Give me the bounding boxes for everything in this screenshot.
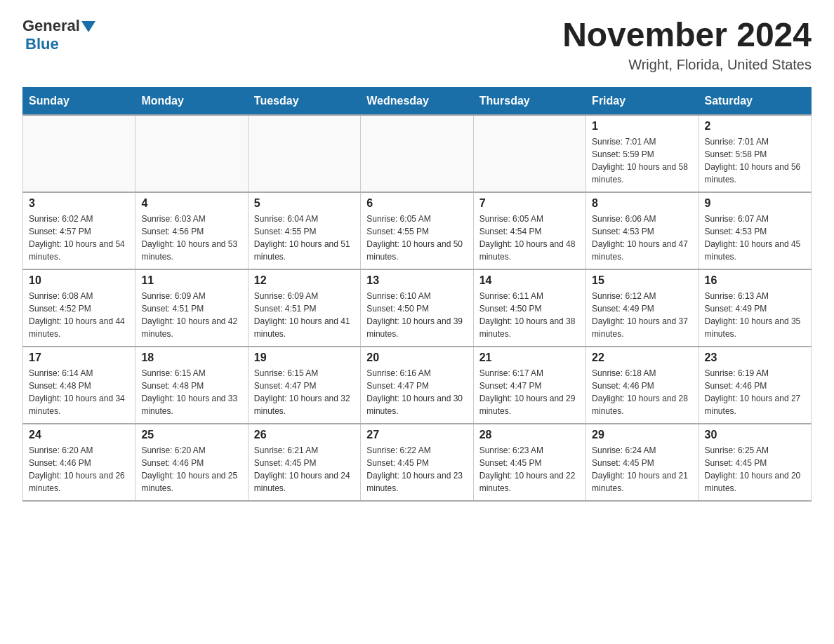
day-info: Sunrise: 6:20 AMSunset: 4:46 PMDaylight:…: [29, 444, 129, 495]
calendar-cell: 11Sunrise: 6:09 AMSunset: 4:51 PMDayligh…: [135, 269, 248, 347]
calendar-week-row: 3Sunrise: 6:02 AMSunset: 4:57 PMDaylight…: [23, 192, 812, 269]
weekday-header-tuesday: Tuesday: [248, 87, 360, 115]
day-number: 11: [141, 274, 241, 287]
day-number: 6: [366, 197, 467, 210]
day-number: 7: [479, 197, 580, 210]
day-number: 16: [705, 274, 805, 287]
logo: General Blue: [22, 17, 95, 53]
day-number: 30: [705, 429, 805, 441]
day-number: 13: [366, 274, 467, 287]
day-number: 15: [592, 274, 692, 287]
logo-general-text: General: [22, 17, 80, 35]
day-info: Sunrise: 6:09 AMSunset: 4:51 PMDaylight:…: [254, 290, 355, 340]
calendar-cell: 23Sunrise: 6:19 AMSunset: 4:46 PMDayligh…: [699, 347, 811, 424]
day-info: Sunrise: 6:15 AMSunset: 4:48 PMDaylight:…: [141, 367, 241, 417]
day-number: 29: [592, 429, 692, 441]
calendar-week-row: 1Sunrise: 7:01 AMSunset: 5:59 PMDaylight…: [23, 115, 812, 192]
calendar-cell: [135, 115, 248, 192]
calendar-cell: 1Sunrise: 7:01 AMSunset: 5:59 PMDaylight…: [586, 115, 699, 192]
day-info: Sunrise: 6:11 AMSunset: 4:50 PMDaylight:…: [479, 290, 580, 340]
day-info: Sunrise: 6:25 AMSunset: 4:45 PMDaylight:…: [705, 444, 805, 495]
day-info: Sunrise: 6:06 AMSunset: 4:53 PMDaylight:…: [592, 213, 692, 263]
day-info: Sunrise: 6:05 AMSunset: 4:54 PMDaylight:…: [479, 213, 580, 263]
day-number: 17: [29, 351, 129, 364]
day-number: 5: [254, 197, 355, 210]
day-info: Sunrise: 6:12 AMSunset: 4:49 PMDaylight:…: [592, 290, 692, 340]
day-number: 27: [366, 429, 467, 441]
calendar-cell: 15Sunrise: 6:12 AMSunset: 4:49 PMDayligh…: [586, 269, 699, 347]
calendar-week-row: 10Sunrise: 6:08 AMSunset: 4:52 PMDayligh…: [23, 269, 812, 347]
day-number: 24: [29, 429, 129, 441]
day-info: Sunrise: 6:14 AMSunset: 4:48 PMDaylight:…: [29, 367, 129, 417]
logo-triangle-icon: [81, 21, 95, 32]
day-info: Sunrise: 6:20 AMSunset: 4:46 PMDaylight:…: [141, 444, 241, 495]
day-number: 19: [254, 351, 355, 364]
weekday-header-monday: Monday: [135, 87, 248, 115]
day-info: Sunrise: 6:09 AMSunset: 4:51 PMDaylight:…: [141, 290, 241, 340]
day-number: 25: [141, 429, 241, 441]
day-info: Sunrise: 6:24 AMSunset: 4:45 PMDaylight:…: [592, 444, 692, 495]
location-title: Wright, Florida, United States: [562, 57, 812, 73]
day-number: 12: [254, 274, 355, 287]
calendar-cell: [23, 115, 135, 192]
calendar-week-row: 24Sunrise: 6:20 AMSunset: 4:46 PMDayligh…: [23, 424, 812, 501]
calendar-cell: 9Sunrise: 6:07 AMSunset: 4:53 PMDaylight…: [699, 192, 811, 269]
calendar-cell: 12Sunrise: 6:09 AMSunset: 4:51 PMDayligh…: [248, 269, 360, 347]
day-number: 14: [479, 274, 580, 287]
day-info: Sunrise: 6:03 AMSunset: 4:56 PMDaylight:…: [141, 213, 241, 263]
calendar-cell: 5Sunrise: 6:04 AMSunset: 4:55 PMDaylight…: [248, 192, 360, 269]
calendar-cell: 27Sunrise: 6:22 AMSunset: 4:45 PMDayligh…: [361, 424, 473, 501]
calendar-cell: 2Sunrise: 7:01 AMSunset: 5:58 PMDaylight…: [699, 115, 811, 192]
day-info: Sunrise: 6:21 AMSunset: 4:45 PMDaylight:…: [254, 444, 355, 495]
calendar-cell: 13Sunrise: 6:10 AMSunset: 4:50 PMDayligh…: [361, 269, 473, 347]
day-info: Sunrise: 6:16 AMSunset: 4:47 PMDaylight:…: [366, 367, 467, 417]
day-number: 26: [254, 429, 355, 441]
calendar-cell: [473, 115, 585, 192]
calendar-cell: 22Sunrise: 6:18 AMSunset: 4:46 PMDayligh…: [586, 347, 699, 424]
day-info: Sunrise: 6:04 AMSunset: 4:55 PMDaylight:…: [254, 213, 355, 263]
calendar-cell: 26Sunrise: 6:21 AMSunset: 4:45 PMDayligh…: [248, 424, 360, 501]
weekday-header-thursday: Thursday: [473, 87, 585, 115]
logo-blue-text: Blue: [25, 35, 59, 53]
calendar-cell: 28Sunrise: 6:23 AMSunset: 4:45 PMDayligh…: [473, 424, 585, 501]
day-info: Sunrise: 6:13 AMSunset: 4:49 PMDaylight:…: [705, 290, 805, 340]
day-info: Sunrise: 6:08 AMSunset: 4:52 PMDaylight:…: [29, 290, 129, 340]
calendar-cell: 17Sunrise: 6:14 AMSunset: 4:48 PMDayligh…: [23, 347, 135, 424]
calendar-cell: [361, 115, 473, 192]
day-number: 1: [592, 120, 692, 133]
day-number: 2: [705, 120, 805, 133]
calendar-cell: 3Sunrise: 6:02 AMSunset: 4:57 PMDaylight…: [23, 192, 135, 269]
day-number: 3: [29, 197, 129, 210]
calendar-cell: 16Sunrise: 6:13 AMSunset: 4:49 PMDayligh…: [699, 269, 811, 347]
calendar-cell: 21Sunrise: 6:17 AMSunset: 4:47 PMDayligh…: [473, 347, 585, 424]
calendar-cell: 25Sunrise: 6:20 AMSunset: 4:46 PMDayligh…: [135, 424, 248, 501]
calendar-cell: 20Sunrise: 6:16 AMSunset: 4:47 PMDayligh…: [361, 347, 473, 424]
day-info: Sunrise: 6:07 AMSunset: 4:53 PMDaylight:…: [705, 213, 805, 263]
day-info: Sunrise: 6:02 AMSunset: 4:57 PMDaylight:…: [29, 213, 129, 263]
weekday-header-sunday: Sunday: [23, 87, 135, 115]
day-info: Sunrise: 6:18 AMSunset: 4:46 PMDaylight:…: [592, 367, 692, 417]
day-number: 28: [479, 429, 580, 441]
day-info: Sunrise: 7:01 AMSunset: 5:58 PMDaylight:…: [705, 135, 805, 186]
svg-marker-0: [81, 21, 95, 32]
calendar-cell: 14Sunrise: 6:11 AMSunset: 4:50 PMDayligh…: [473, 269, 585, 347]
day-number: 23: [705, 351, 805, 364]
weekday-header-friday: Friday: [586, 87, 699, 115]
calendar-cell: 7Sunrise: 6:05 AMSunset: 4:54 PMDaylight…: [473, 192, 585, 269]
day-number: 18: [141, 351, 241, 364]
day-number: 22: [592, 351, 692, 364]
page-header: General Blue November 2024 Wright, Flori…: [22, 17, 812, 73]
calendar-cell: 6Sunrise: 6:05 AMSunset: 4:55 PMDaylight…: [361, 192, 473, 269]
calendar-cell: 18Sunrise: 6:15 AMSunset: 4:48 PMDayligh…: [135, 347, 248, 424]
day-info: Sunrise: 7:01 AMSunset: 5:59 PMDaylight:…: [592, 135, 692, 186]
day-info: Sunrise: 6:10 AMSunset: 4:50 PMDaylight:…: [366, 290, 467, 340]
calendar-cell: 19Sunrise: 6:15 AMSunset: 4:47 PMDayligh…: [248, 347, 360, 424]
day-number: 9: [705, 197, 805, 210]
calendar-cell: 30Sunrise: 6:25 AMSunset: 4:45 PMDayligh…: [699, 424, 811, 501]
weekday-header-wednesday: Wednesday: [361, 87, 473, 115]
weekday-header-row: SundayMondayTuesdayWednesdayThursdayFrid…: [23, 87, 812, 115]
day-info: Sunrise: 6:05 AMSunset: 4:55 PMDaylight:…: [366, 213, 467, 263]
weekday-header-saturday: Saturday: [699, 87, 811, 115]
calendar-cell: 8Sunrise: 6:06 AMSunset: 4:53 PMDaylight…: [586, 192, 699, 269]
calendar-cell: [248, 115, 360, 192]
